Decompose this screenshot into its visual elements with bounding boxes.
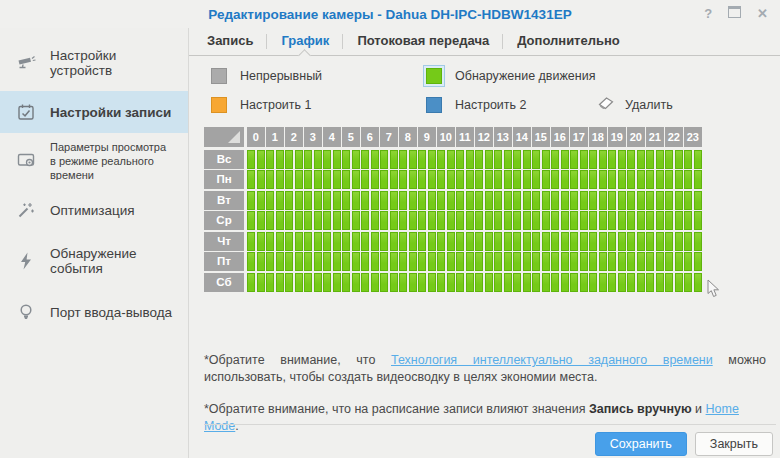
hour-header[interactable]: 14 bbox=[513, 127, 531, 147]
schedule-cell[interactable] bbox=[266, 252, 274, 271]
schedule-cell[interactable] bbox=[608, 170, 616, 189]
schedule-cell[interactable] bbox=[532, 232, 540, 251]
schedule-cell[interactable] bbox=[371, 211, 379, 230]
schedule-cell[interactable] bbox=[580, 232, 588, 251]
schedule-cell[interactable] bbox=[513, 170, 521, 189]
schedule-cell[interactable] bbox=[551, 273, 559, 292]
schedule-cell[interactable] bbox=[608, 211, 616, 230]
schedule-cell[interactable] bbox=[295, 232, 303, 251]
schedule-cell[interactable] bbox=[352, 273, 360, 292]
schedule-cell[interactable] bbox=[342, 150, 350, 169]
schedule-cell[interactable] bbox=[399, 150, 407, 169]
schedule-cell[interactable] bbox=[380, 252, 388, 271]
schedule-cell[interactable] bbox=[646, 211, 654, 230]
schedule-cell[interactable] bbox=[513, 252, 521, 271]
schedule-cell[interactable] bbox=[295, 273, 303, 292]
schedule-cell[interactable] bbox=[513, 150, 521, 169]
schedule-cell[interactable] bbox=[247, 273, 255, 292]
schedule-cell[interactable] bbox=[684, 191, 692, 210]
schedule-cell[interactable] bbox=[542, 150, 550, 169]
schedule-cell[interactable] bbox=[523, 273, 531, 292]
schedule-cell[interactable] bbox=[627, 232, 635, 251]
schedule-cell[interactable] bbox=[266, 232, 274, 251]
schedule-cell[interactable] bbox=[684, 150, 692, 169]
schedule-cell[interactable] bbox=[561, 191, 569, 210]
schedule-cell[interactable] bbox=[570, 191, 578, 210]
close-icon[interactable]: ✕ bbox=[757, 7, 768, 21]
schedule-cell[interactable] bbox=[599, 150, 607, 169]
schedule-cell[interactable] bbox=[675, 252, 683, 271]
schedule-cell[interactable] bbox=[599, 252, 607, 271]
schedule-cell[interactable] bbox=[523, 232, 531, 251]
day-label[interactable]: Вт bbox=[204, 191, 244, 210]
day-label[interactable]: Сб bbox=[204, 273, 244, 292]
schedule-cell[interactable] bbox=[570, 232, 578, 251]
schedule-cell[interactable] bbox=[618, 191, 626, 210]
legend-custom-2[interactable]: Настроить 2 bbox=[426, 95, 527, 115]
schedule-cell[interactable] bbox=[342, 273, 350, 292]
schedule-cell[interactable] bbox=[390, 273, 398, 292]
schedule-cell[interactable] bbox=[561, 150, 569, 169]
schedule-cell[interactable] bbox=[361, 170, 369, 189]
schedule-cell[interactable] bbox=[646, 170, 654, 189]
schedule-cell[interactable] bbox=[409, 150, 417, 169]
schedule-cell[interactable] bbox=[570, 273, 578, 292]
schedule-cell[interactable] bbox=[589, 252, 597, 271]
schedule-cell[interactable] bbox=[618, 211, 626, 230]
hour-header[interactable]: 17 bbox=[570, 127, 588, 147]
schedule-cell[interactable] bbox=[314, 150, 322, 169]
schedule-cell[interactable] bbox=[485, 211, 493, 230]
schedule-cell[interactable] bbox=[323, 232, 331, 251]
schedule-cell[interactable] bbox=[380, 273, 388, 292]
schedule-cell[interactable] bbox=[314, 273, 322, 292]
schedule-cell[interactable] bbox=[437, 273, 445, 292]
schedule-cell[interactable] bbox=[608, 252, 616, 271]
schedule-cell[interactable] bbox=[589, 273, 597, 292]
schedule-cell[interactable] bbox=[694, 232, 702, 251]
schedule-cell[interactable] bbox=[580, 273, 588, 292]
schedule-cell[interactable] bbox=[380, 191, 388, 210]
schedule-cell[interactable] bbox=[532, 191, 540, 210]
schedule-cell[interactable] bbox=[447, 273, 455, 292]
schedule-cell[interactable] bbox=[447, 232, 455, 251]
schedule-cell[interactable] bbox=[494, 232, 502, 251]
schedule-cell[interactable] bbox=[694, 191, 702, 210]
schedule-cell[interactable] bbox=[561, 273, 569, 292]
schedule-cell[interactable] bbox=[637, 232, 645, 251]
schedule-cell[interactable] bbox=[656, 232, 664, 251]
schedule-cell[interactable] bbox=[504, 273, 512, 292]
schedule-cell[interactable] bbox=[333, 232, 341, 251]
schedule-cell[interactable] bbox=[295, 170, 303, 189]
schedule-cell[interactable] bbox=[447, 252, 455, 271]
schedule-cell[interactable] bbox=[276, 252, 284, 271]
schedule-cell[interactable] bbox=[665, 191, 673, 210]
schedule-cell[interactable] bbox=[276, 211, 284, 230]
schedule-cell[interactable] bbox=[494, 150, 502, 169]
schedule-cell[interactable] bbox=[466, 252, 474, 271]
schedule-cell[interactable] bbox=[675, 211, 683, 230]
schedule-cell[interactable] bbox=[390, 170, 398, 189]
schedule-cell[interactable] bbox=[409, 232, 417, 251]
schedule-cell[interactable] bbox=[304, 273, 312, 292]
schedule-cell[interactable] bbox=[675, 150, 683, 169]
schedule-cell[interactable] bbox=[580, 252, 588, 271]
sidebar-item-recording-settings[interactable]: Настройки записи bbox=[0, 91, 188, 133]
schedule-cell[interactable] bbox=[380, 170, 388, 189]
schedule-cell[interactable] bbox=[352, 191, 360, 210]
schedule-cell[interactable] bbox=[304, 232, 312, 251]
hour-header[interactable]: 6 bbox=[361, 127, 379, 147]
schedule-cell[interactable] bbox=[637, 170, 645, 189]
schedule-cell[interactable] bbox=[418, 191, 426, 210]
schedule-cell[interactable] bbox=[561, 211, 569, 230]
schedule-cell[interactable] bbox=[694, 211, 702, 230]
schedule-cell[interactable] bbox=[485, 252, 493, 271]
schedule-cell[interactable] bbox=[504, 191, 512, 210]
schedule-cell[interactable] bbox=[561, 232, 569, 251]
schedule-cell[interactable] bbox=[637, 273, 645, 292]
schedule-cell[interactable] bbox=[570, 252, 578, 271]
schedule-cell[interactable] bbox=[627, 150, 635, 169]
schedule-cell[interactable] bbox=[295, 211, 303, 230]
schedule-cell[interactable] bbox=[608, 191, 616, 210]
select-all-corner[interactable] bbox=[204, 127, 244, 147]
schedule-cell[interactable] bbox=[409, 211, 417, 230]
